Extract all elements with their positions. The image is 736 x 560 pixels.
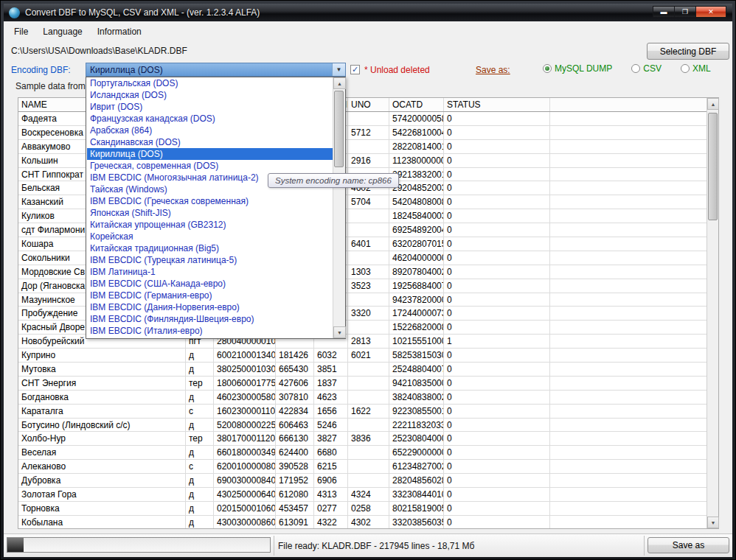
cell-status: 0 <box>444 460 550 473</box>
combo-dropdown-button[interactable]: ▼ <box>332 63 345 76</box>
encoding-option[interactable]: Исландская (DOS) <box>87 89 333 101</box>
title-bar[interactable]: Convert DBF to MySQL, CSV and XML - (ver… <box>4 4 732 21</box>
table-scrollbar[interactable]: ▲ ▼ <box>707 98 718 528</box>
encoding-combobox[interactable]: Кириллица (DOS) ▼ <box>86 63 346 77</box>
cell-name: СНТ Энергия <box>18 377 186 390</box>
encoding-option[interactable]: Кириллица (DOS) <box>87 148 333 160</box>
unload-deleted-checkbox[interactable]: ✓ <box>350 65 360 74</box>
cell-code: 6200100000800 <box>214 460 276 473</box>
selecting-dbf-button[interactable]: Selecting DBF <box>647 43 729 60</box>
table-scrollbar-thumb[interactable] <box>708 113 718 220</box>
cell-status: 0 <box>444 349 550 362</box>
table-row[interactable]: Караталгас160230000110142283416561622922… <box>18 405 707 419</box>
cell-uno: 3523 <box>348 279 389 293</box>
column-header-status[interactable]: STATUS <box>444 98 550 111</box>
cell-uno <box>348 251 389 265</box>
cell-gninmb: 6680 <box>314 446 348 459</box>
radio-icon[interactable] <box>543 64 552 73</box>
cell-filler <box>550 181 707 195</box>
table-row[interactable]: Кобыланад4300300008600613091432243023320… <box>18 516 707 528</box>
encoding-option[interactable]: Французская канадская (DOS) <box>87 113 333 125</box>
table-row[interactable]: Богдановкад46023000058003078104623382408… <box>18 391 707 405</box>
table-row[interactable]: Торновкад0201500010600453457027702588021… <box>18 502 707 516</box>
format-option-csv[interactable]: CSV <box>631 63 662 74</box>
encoding-option[interactable]: IBM EBCDIC (Греческая современная) <box>87 195 333 207</box>
cell-index: 453457 <box>276 502 314 515</box>
save-as-button[interactable]: Save as <box>648 537 729 553</box>
encoding-option[interactable]: Китайская упрощенная (GB2312) <box>87 219 333 231</box>
cell-uno: 6401 <box>348 237 389 251</box>
encoding-option[interactable]: IBM EBCDIC (Турецкая латиница-5) <box>87 254 333 266</box>
encoding-label: Encoding DBF: <box>11 65 71 75</box>
dropdown-scrollbar[interactable]: ▲ ▼ <box>333 77 345 338</box>
table-row[interactable]: Алекановос620010000080039052862156123482… <box>18 460 707 474</box>
table-row[interactable]: Купринод60021000134001814266032602158253… <box>18 349 707 363</box>
cell-status: 0 <box>444 181 550 195</box>
scroll-up-icon[interactable]: ▲ <box>333 77 346 89</box>
cell-status: 0 <box>444 307 550 320</box>
encoding-option[interactable]: Иврит (DOS) <box>87 101 333 113</box>
cell-status: 0 <box>444 419 550 432</box>
cell-status: 0 <box>444 432 550 445</box>
encoding-option[interactable]: IBM EBCDIC (Германия-евро) <box>87 290 333 301</box>
dropdown-scrollbar-thumb[interactable] <box>334 91 344 167</box>
encoding-option[interactable]: Скандинавская (DOS) <box>87 136 333 148</box>
table-row[interactable]: Веселаяд66018000034996244006680652290000… <box>18 446 707 460</box>
cell-uno <box>348 223 389 237</box>
cell-filler <box>550 223 707 237</box>
cell-socr: с <box>186 460 214 473</box>
column-header-uno[interactable]: UNO <box>348 98 389 111</box>
cell-ocatd: 46204000000 <box>389 251 444 265</box>
cell-uno: 1303 <box>348 265 389 279</box>
encoding-option[interactable]: IBM EBCDIC (США-Канада-евро) <box>87 278 333 290</box>
encoding-option[interactable]: IBM EBCDIC (Дания-Норвегия-евро) <box>87 301 333 313</box>
encoding-option[interactable]: Китайская традиционная (Big5) <box>87 242 333 254</box>
scroll-down-icon[interactable]: ▼ <box>333 326 346 338</box>
format-option-xml[interactable]: XML <box>681 63 711 74</box>
cell-filler <box>550 377 707 390</box>
format-option-mysql-dump[interactable]: MySQL DUMP <box>543 63 612 74</box>
cell-filler <box>550 126 707 139</box>
table-row[interactable]: Ботусино (Линдовский с/с)д52008000022516… <box>18 419 707 433</box>
radio-icon[interactable] <box>681 64 690 73</box>
menu-item-file[interactable]: File <box>7 24 35 39</box>
cell-code: 4302500006400 <box>214 488 276 501</box>
cell-status: 0 <box>444 391 550 404</box>
encoding-option[interactable]: IBM EBCDIC (Италия-евро) <box>87 325 333 337</box>
cell-gninmb: 0277 <box>314 502 348 515</box>
encoding-option[interactable]: IBM EBCDIC (И <box>87 337 333 338</box>
encoding-option[interactable]: IBM EBCDIC (Финляндия-Швеция-евро) <box>87 313 333 325</box>
table-row[interactable]: Холбо-Нуртер3801700011200666130382738362… <box>18 432 707 446</box>
save-as-link[interactable]: Save as: <box>476 65 510 75</box>
cell-uno <box>348 460 389 473</box>
radio-icon[interactable] <box>631 64 640 73</box>
cell-ocatd: 25230804000 <box>389 432 444 445</box>
cell-uno <box>348 474 389 487</box>
encoding-option[interactable]: Греческая, современная (DOS) <box>87 160 333 172</box>
cell-filler <box>550 140 707 153</box>
encoding-combobox-value: Кириллица (DOS) <box>86 65 332 75</box>
cell-status: 0 <box>444 321 550 334</box>
encoding-option[interactable]: Корейская <box>87 231 333 242</box>
table-row[interactable]: Дубровкад6900300008400171952690628204856… <box>18 474 707 488</box>
encoding-option[interactable]: Японская (Shift-JIS) <box>87 207 333 219</box>
column-header-ocatd[interactable]: OCATD <box>389 98 444 111</box>
format-label: MySQL DUMP <box>555 63 612 74</box>
minimize-button[interactable]: ▬ <box>653 6 674 18</box>
menu-item-language[interactable]: Language <box>35 24 89 39</box>
cell-filler <box>550 307 707 320</box>
maximize-button[interactable]: ❐ <box>674 6 695 18</box>
close-button[interactable]: ✕ <box>695 6 726 18</box>
table-row[interactable]: Золотая Горад430250000640061208043134324… <box>18 488 707 502</box>
scroll-up-icon[interactable]: ▲ <box>707 98 719 110</box>
scroll-down-icon[interactable]: ▼ <box>707 517 719 528</box>
encoding-option[interactable]: Арабская (864) <box>87 125 333 136</box>
cell-ocatd: 92230855001 <box>389 405 444 418</box>
encoding-option[interactable]: IBM Латиница-1 <box>87 266 333 278</box>
encoding-option[interactable]: Португальская (DOS) <box>87 77 333 89</box>
menu-item-information[interactable]: Information <box>90 24 149 39</box>
cell-uno <box>348 140 389 153</box>
table-row[interactable]: Мутовкад38025000103006654303851252488040… <box>18 363 707 377</box>
table-row[interactable]: СНТ Энергиятер18006000177514276061837942… <box>18 377 707 391</box>
cell-status: 0 <box>444 265 550 279</box>
